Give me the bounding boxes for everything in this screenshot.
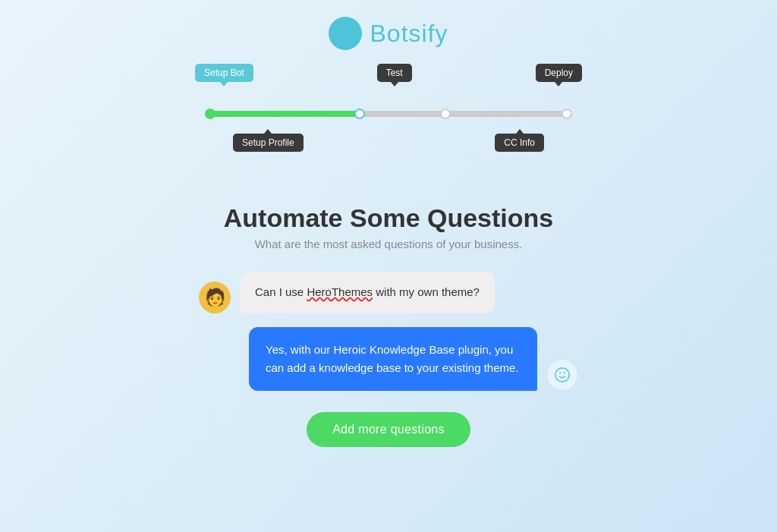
bot-message-row: Yes, with our Heroic Knowledge Base plug…: [199, 327, 578, 391]
main-title: Automate Some Questions: [224, 203, 554, 233]
logo-icon: [329, 17, 362, 50]
main-subtitle: What are the most asked questions of you…: [255, 238, 523, 250]
user-bubble: Can I use HeroThemes with my own theme?: [240, 272, 495, 313]
track-dot-setup-profile: [354, 109, 365, 119]
bot-avatar: [546, 359, 578, 391]
step-tag-deploy: Deploy: [536, 64, 582, 82]
step-cc-info: CC Info: [495, 134, 544, 152]
chat-area: 🧑 Can I use HeroThemes with my own theme…: [199, 272, 578, 391]
progress-track: [210, 111, 567, 117]
logo-text: Botsify: [370, 20, 448, 48]
step-setup-bot: Setup Bot: [195, 64, 253, 82]
progress-track-fill: [210, 111, 360, 117]
step-tag-setup-profile: Setup Profile: [233, 134, 304, 152]
bot-bubble: Yes, with our Heroic Knowledge Base plug…: [249, 327, 537, 391]
user-avatar: 🧑: [199, 282, 231, 313]
logo-area: Botsify: [329, 17, 448, 50]
track-dot-end: [562, 109, 572, 119]
step-tag-cc-info: CC Info: [495, 134, 544, 152]
herothemes-highlight: HeroThemes: [307, 285, 373, 298]
add-more-questions-button[interactable]: Add more questions: [307, 412, 470, 447]
user-message-row: 🧑 Can I use HeroThemes with my own theme…: [199, 272, 578, 313]
step-deploy: Deploy: [536, 64, 582, 82]
step-setup-profile: Setup Profile: [233, 134, 304, 152]
progress-container: Setup Bot Test Deploy Setup Profile CC I…: [187, 64, 590, 152]
track-dot-start: [205, 109, 215, 119]
step-tag-setup-bot: Setup Bot: [195, 64, 253, 82]
track-dot-cc-info: [440, 109, 451, 119]
step-tag-test: Test: [377, 64, 412, 82]
step-test: Test: [377, 64, 412, 82]
svg-point-0: [555, 367, 569, 381]
